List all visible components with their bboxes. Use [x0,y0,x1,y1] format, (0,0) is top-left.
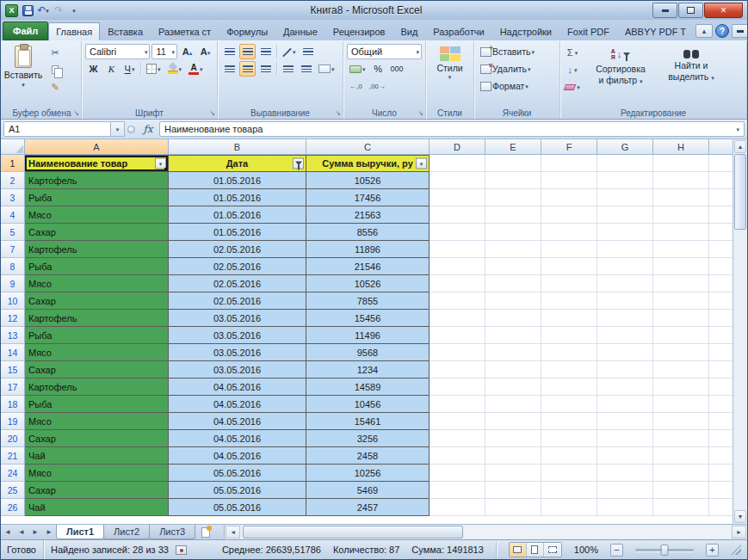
fill-color-button[interactable]: ▾ [165,61,185,77]
ribbon-tab[interactable]: Разработчи [425,22,491,40]
cell-empty[interactable] [597,413,653,430]
cell-empty[interactable] [541,155,597,172]
cell-sum[interactable]: 9568 [306,344,430,361]
cell-empty[interactable] [597,155,653,172]
row-number[interactable]: 19 [1,413,25,430]
delete-cells-button[interactable]: Удалить▾ [478,61,555,77]
cell-product[interactable]: Сахар [25,224,169,241]
cell-product[interactable]: Сахар [25,430,169,447]
ribbon-tab[interactable]: Данные [275,22,325,40]
row-number[interactable]: 25 [1,482,25,499]
zoom-in-button[interactable]: + [706,544,719,557]
cell-date[interactable]: 04.05.2016 [169,378,306,396]
cell-empty[interactable] [653,378,709,396]
cell-empty[interactable] [541,189,597,206]
cell-sum[interactable]: 10526 [306,172,430,189]
cell-empty[interactable] [597,172,653,189]
cell-empty[interactable] [430,344,485,361]
column-header[interactable]: H [653,139,709,155]
clear-button[interactable]: ▾ [562,79,583,95]
cell-empty[interactable] [430,189,485,206]
cell-empty[interactable] [653,327,709,344]
cell-empty[interactable] [709,172,733,189]
row-number[interactable]: 4 [1,206,25,224]
cell-empty[interactable] [597,275,653,292]
cell-empty[interactable] [485,172,541,189]
cell-sum[interactable]: 5469 [306,482,430,499]
cell-empty[interactable] [541,499,597,516]
column-header[interactable]: C [306,139,430,155]
row-number[interactable]: 24 [1,465,25,482]
cell-empty[interactable] [430,155,485,172]
cell-empty[interactable] [541,327,597,344]
ribbon-tab[interactable]: Вид [393,22,425,40]
cell-empty[interactable] [485,224,541,241]
dialog-launcher-icon[interactable]: ↘ [73,110,79,117]
ribbon-tab[interactable]: Вставка [100,22,151,40]
cell-empty[interactable] [597,206,653,224]
dialog-launcher-icon[interactable]: ↘ [209,110,215,117]
cell-date[interactable]: 01.05.2016 [169,189,306,206]
scroll-up-button[interactable]: ▲ [734,140,746,153]
cell-empty[interactable] [653,224,709,241]
cell-empty[interactable] [653,172,709,189]
cell-product[interactable]: Сахар [25,361,169,378]
merge-center-button[interactable]: ▾ [316,61,337,77]
cell-A1-selected[interactable]: Наименование товар ▾ [25,155,169,172]
bold-button[interactable]: Ж [85,61,102,77]
cell-empty[interactable] [430,413,485,430]
cell-empty[interactable] [485,361,541,378]
cell-date[interactable]: 01.05.2016 [169,206,306,224]
row-number[interactable]: 7 [1,241,25,258]
cell-empty[interactable] [653,241,709,258]
save-button[interactable] [22,3,34,17]
cell-empty[interactable] [485,241,541,258]
cell-empty[interactable] [709,275,733,292]
cell-empty[interactable] [485,155,541,172]
cell-empty[interactable] [653,292,709,310]
orientation-button[interactable]: ▾ [280,44,299,59]
cell-empty[interactable] [430,206,485,224]
cell-sum[interactable]: 11896 [306,241,430,258]
cell-date[interactable]: 02.05.2016 [169,292,306,310]
column-header[interactable]: F [541,139,597,155]
cell-empty[interactable] [541,292,597,310]
zoom-slider[interactable] [635,549,694,551]
normal-view-button[interactable] [510,543,527,557]
cell-date[interactable]: 01.05.2016 [169,172,306,189]
cell-empty[interactable] [709,310,733,327]
cell-empty[interactable] [709,413,733,430]
cell-product[interactable]: Рыба [25,258,169,275]
row-number[interactable]: 18 [1,396,25,413]
first-sheet-button[interactable]: ◄ [1,525,15,539]
column-header[interactable]: G [597,139,653,155]
undo-button[interactable]: ↶▾ [37,3,49,17]
row-number[interactable]: 8 [1,258,25,275]
cell-sum[interactable]: 10456 [306,396,430,413]
cell-empty[interactable] [653,361,709,378]
previous-sheet-button[interactable]: ◄ [15,525,28,539]
accounting-format-button[interactable]: ▾ [347,61,368,77]
cell-C1[interactable]: Сумма выручки, ру ▾ [306,155,430,172]
align-right-button[interactable] [257,61,274,77]
cell-date[interactable]: 05.05.2016 [169,499,306,516]
row-number[interactable]: 3 [1,189,25,206]
cell-product[interactable]: Мясо [25,275,169,292]
cell-empty[interactable] [597,327,653,344]
cell-empty[interactable] [430,224,485,241]
app-menu-button[interactable]: X [5,3,18,17]
cell-sum[interactable]: 11496 [306,327,430,344]
cell-empty[interactable] [653,430,709,447]
font-color-button[interactable]: А▾ [186,61,206,77]
cell-empty[interactable] [653,206,709,224]
row-number[interactable]: 21 [1,447,25,465]
cell-empty[interactable] [709,206,733,224]
cell-date[interactable]: 04.05.2016 [169,447,306,465]
cell-empty[interactable] [653,344,709,361]
cell-empty[interactable] [485,465,541,482]
percent-style-button[interactable]: % [370,61,386,77]
row-number[interactable]: 1 [1,155,25,172]
cell-empty[interactable] [653,396,709,413]
cell-empty[interactable] [709,482,733,499]
cell-empty[interactable] [485,258,541,275]
